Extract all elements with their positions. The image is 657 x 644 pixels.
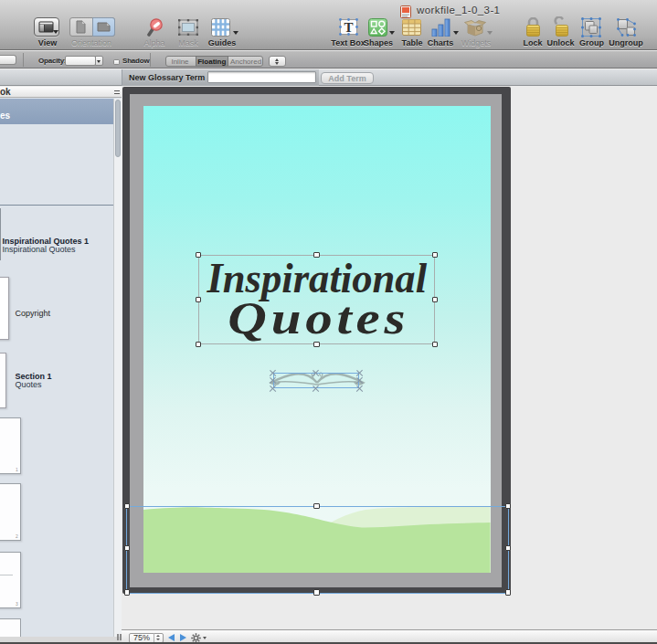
svg-text:T: T	[344, 20, 353, 35]
